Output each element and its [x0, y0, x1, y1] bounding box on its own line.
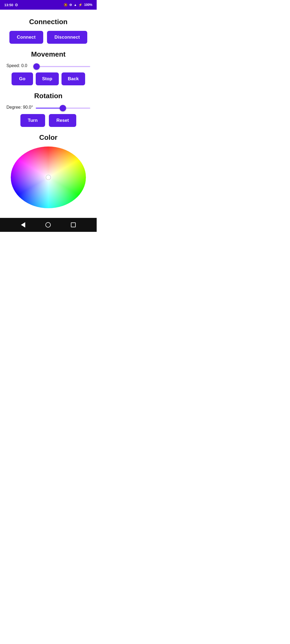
back-arrow-icon	[21, 222, 25, 228]
main-content: Connection Connect Disconnect Movement S…	[0, 10, 97, 218]
status-right: 🔕 ⊖ ▲ ⚡ 100%	[64, 3, 92, 7]
rotation-title: Rotation	[34, 92, 62, 100]
rotation-button-row: Turn Reset	[20, 114, 77, 127]
app-icon: ⊙	[15, 3, 18, 7]
stop-button[interactable]: Stop	[36, 72, 59, 85]
wifi-icon: ▲	[74, 3, 77, 7]
movement-section: Movement Speed: 0.0 Go Stop Back	[5, 50, 91, 85]
speed-label: Speed: 0.0	[6, 63, 31, 68]
turn-button[interactable]: Turn	[20, 114, 45, 127]
bottom-nav	[0, 218, 97, 232]
degree-slider-row: Degree: 90.0°	[5, 105, 91, 110]
connection-section: Connection Connect Disconnect	[5, 18, 91, 44]
disconnect-button[interactable]: Disconnect	[47, 31, 88, 44]
battery-icon: ⚡	[78, 3, 82, 7]
go-button[interactable]: Go	[12, 72, 33, 85]
nav-home-button[interactable]	[45, 222, 51, 228]
mute-icon: 🔕	[64, 3, 68, 7]
connection-title: Connection	[29, 18, 68, 26]
color-wheel[interactable]	[11, 147, 86, 208]
color-wheel-container[interactable]	[11, 147, 86, 208]
movement-button-row: Go Stop Back	[12, 72, 85, 85]
color-title: Color	[39, 133, 57, 142]
degree-slider-container	[36, 105, 90, 110]
speed-slider[interactable]	[33, 66, 90, 67]
speed-slider-container	[33, 63, 90, 68]
degree-label: Degree: 90.0°	[6, 105, 33, 110]
reset-button[interactable]: Reset	[49, 114, 76, 127]
home-circle-icon	[45, 222, 51, 228]
nav-back-button[interactable]	[21, 222, 25, 228]
speed-slider-row: Speed: 0.0	[5, 63, 91, 68]
degree-slider[interactable]	[36, 108, 90, 109]
connect-button[interactable]: Connect	[9, 31, 43, 44]
recents-square-icon	[71, 222, 76, 227]
color-selector[interactable]	[46, 175, 51, 180]
battery-percent: 100%	[84, 3, 92, 7]
movement-title: Movement	[31, 50, 66, 58]
nav-recents-button[interactable]	[71, 222, 76, 227]
connection-button-row: Connect Disconnect	[9, 31, 88, 44]
rotation-section: Rotation Degree: 90.0° Turn Reset	[5, 92, 91, 127]
dnd-icon: ⊖	[69, 3, 72, 7]
color-section: Color	[5, 133, 91, 208]
status-left: 13:50 ⊙	[4, 3, 18, 7]
status-bar: 13:50 ⊙ 🔕 ⊖ ▲ ⚡ 100%	[0, 0, 97, 10]
back-button[interactable]: Back	[61, 72, 85, 85]
status-time: 13:50	[4, 3, 13, 7]
